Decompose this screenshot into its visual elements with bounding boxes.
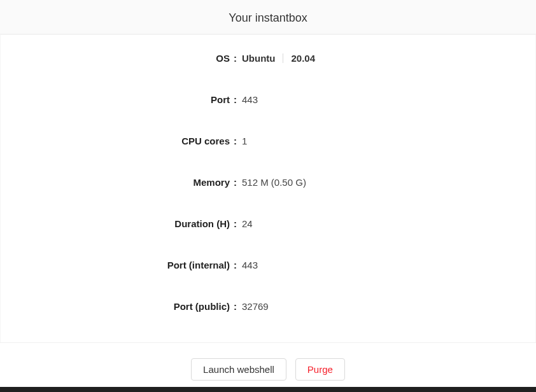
row-port-public: Port (public) : 32769: [1, 301, 535, 312]
page-title: Your instantbox: [229, 11, 307, 24]
port-internal-label: Port (internal): [1, 260, 234, 270]
row-port: Port : 443: [1, 94, 535, 105]
cpu-label: CPU cores: [1, 136, 234, 146]
row-port-internal: Port (internal) : 443: [1, 260, 535, 270]
footer: Launch webshell Purge: [0, 342, 536, 392]
header: Your instantbox: [0, 0, 536, 34]
port-label: Port: [1, 94, 234, 105]
cpu-value: 1: [242, 136, 247, 146]
colon: :: [234, 301, 242, 312]
divider-icon: [283, 53, 283, 63]
row-os: OS : Ubuntu 20.04: [1, 53, 535, 64]
os-version: 20.04: [291, 53, 315, 64]
port-value: 443: [242, 94, 258, 105]
duration-label: Duration (H): [1, 218, 234, 229]
os-value-group: Ubuntu 20.04: [242, 53, 315, 64]
row-duration: Duration (H) : 24: [1, 218, 535, 229]
colon: :: [234, 260, 242, 270]
purge-button[interactable]: Purge: [295, 358, 345, 381]
memory-label: Memory: [1, 177, 234, 188]
taskbar[interactable]: [0, 387, 536, 392]
details-panel: OS : Ubuntu 20.04 Port : 443 CPU cores :…: [0, 34, 536, 342]
duration-value: 24: [242, 218, 253, 229]
port-public-value: 32769: [242, 301, 269, 312]
colon: :: [234, 136, 242, 146]
os-label: OS: [1, 53, 234, 64]
colon: :: [234, 94, 242, 105]
colon: :: [234, 53, 242, 64]
port-internal-value: 443: [242, 260, 258, 270]
row-memory: Memory : 512 M (0.50 G): [1, 177, 535, 188]
launch-webshell-button[interactable]: Launch webshell: [191, 358, 286, 381]
port-public-label: Port (public): [1, 301, 234, 312]
os-name: Ubuntu: [242, 53, 275, 64]
colon: :: [234, 218, 242, 229]
memory-value: 512 M (0.50 G): [242, 177, 306, 188]
row-cpu: CPU cores : 1: [1, 136, 535, 146]
colon: :: [234, 177, 242, 188]
